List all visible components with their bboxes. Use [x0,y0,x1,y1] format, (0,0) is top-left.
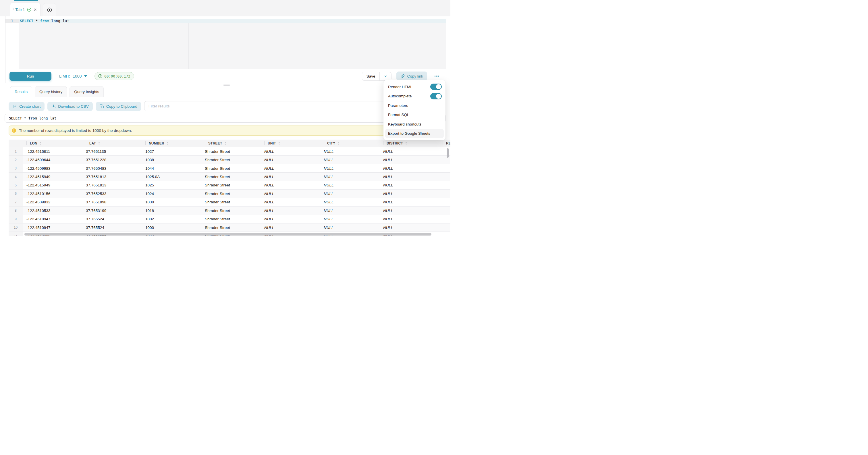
cell-street[interactable]: Shrader Street [202,207,261,215]
sort-icon[interactable] [338,142,339,145]
cell-lat[interactable]: 37.765524 [83,223,142,232]
cell-number[interactable]: 1025 [142,181,202,189]
cell-region[interactable] [439,198,451,206]
column-header-lon[interactable]: LON [23,140,83,147]
cell-region[interactable] [439,223,451,232]
cell-region[interactable] [439,173,451,181]
cell-district[interactable]: NULL [380,207,439,215]
sort-icon[interactable] [166,142,168,145]
cell-city[interactable]: NULL [320,189,380,198]
table-row[interactable]: 9-122.451094737.7655241002Shrader Street… [9,215,451,223]
cell-number[interactable]: 1038 [142,156,202,164]
cell-unit[interactable]: NULL [261,198,320,206]
cell-district[interactable]: NULL [380,164,439,172]
toggle-switch-on[interactable] [430,84,442,90]
cell-number[interactable]: 1018 [142,207,202,215]
cell-street[interactable]: Shrader Street [202,164,261,172]
tab-query-history[interactable]: Query history [35,86,67,97]
cell-lon[interactable]: -122.4510947 [23,215,83,223]
table-row[interactable]: 7-122.450983237.76518981030Shrader Stree… [9,198,451,207]
cell-district[interactable]: NULL [380,198,439,206]
create-chart-button[interactable]: Create chart [9,102,44,111]
cell-lat[interactable]: 37.7651813 [83,173,142,181]
cell-number[interactable]: 1030 [142,198,202,206]
cell-street[interactable]: Shrader Street [202,156,261,164]
cell-number[interactable]: 1000 [142,223,202,232]
cell-lat[interactable]: 37.7651898 [83,198,142,206]
cell-region[interactable] [439,147,451,155]
cell-unit[interactable]: NULL [261,156,320,164]
cell-region[interactable] [439,207,451,215]
column-header-street[interactable]: STREET [202,140,261,147]
cell-lat[interactable]: 37.7651813 [83,181,142,189]
sort-icon[interactable] [98,142,100,145]
cell-city[interactable]: NULL [320,156,380,164]
menu-item-format-sql[interactable]: Format SQL [385,110,444,120]
cell-district[interactable]: NULL [380,223,439,232]
download-csv-button[interactable]: Download to CSV [48,102,93,111]
table-row[interactable]: 8-122.451053337.76531991018Shrader Stree… [9,207,451,215]
run-button[interactable]: Run [9,72,52,81]
cell-street[interactable]: Shrader Street [202,147,261,155]
save-button[interactable]: Save [362,72,380,81]
tab-results[interactable]: Results [10,86,32,97]
code-line[interactable]: SELECT * from long_lat [19,19,446,23]
tab-drag-handle-icon[interactable] [13,8,13,11]
copy-link-button[interactable]: Copy link [396,71,427,81]
table-row[interactable]: 2-122.450964437.76512281038Shrader Stree… [9,156,451,164]
cell-number[interactable]: 1025.0A [142,173,202,181]
column-header-city[interactable]: CITY [320,140,380,147]
sort-icon[interactable] [225,142,226,145]
cell-district[interactable]: NULL [380,181,439,189]
tab-close-icon[interactable] [33,8,37,11]
cell-street[interactable]: Shrader Street [202,189,261,198]
pane-resize-handle[interactable] [223,84,230,86]
cell-region[interactable] [439,156,451,164]
cell-city[interactable]: NULL [320,215,380,223]
new-tab-button[interactable] [43,3,56,17]
sort-icon[interactable] [405,142,407,145]
cell-unit[interactable]: NULL [261,147,320,155]
sort-icon[interactable] [40,142,41,145]
cell-street[interactable]: Shrader Street [202,215,261,223]
cell-unit[interactable]: NULL [261,207,320,215]
cell-lon[interactable]: -122.4510947 [23,223,83,232]
cell-number[interactable]: 1024 [142,189,202,198]
cell-lat[interactable]: 37.7651135 [83,147,142,155]
editor-line-1[interactable]: 1 SELECT * from long_lat [5,19,446,23]
table-row[interactable]: 10-122.451094737.7655241000Shrader Stree… [9,223,451,232]
copy-clipboard-button[interactable]: Copy to Clipboard [96,102,141,111]
cell-unit[interactable]: NULL [261,173,320,181]
cell-district[interactable]: NULL [380,147,439,155]
cell-lon[interactable]: -122.4510156 [23,189,83,198]
cell-region[interactable] [439,181,451,189]
cell-city[interactable]: NULL [320,207,380,215]
column-header-lat[interactable]: LAT [83,140,142,147]
editor-tab-1[interactable]: Tab 1 [10,3,40,17]
cell-lon[interactable]: -122.4509832 [23,198,83,206]
cell-lat[interactable]: 37.7653199 [83,207,142,215]
cell-street[interactable]: Shrader Street [202,223,261,232]
cell-district[interactable]: NULL [380,156,439,164]
cell-district[interactable]: NULL [380,215,439,223]
cell-lon[interactable]: -122.4515949 [23,181,83,189]
more-options-button[interactable] [432,72,442,81]
menu-item-keyboard-shortcuts[interactable]: Keyboard shortcuts [385,120,444,129]
cell-unit[interactable]: NULL [261,189,320,198]
cell-unit[interactable]: NULL [261,164,320,172]
cell-lon[interactable]: -122.4509644 [23,156,83,164]
cell-lat[interactable]: 37.7652533 [83,189,142,198]
column-header-region[interactable]: REGION [439,140,451,147]
table-row[interactable]: 6-122.451015637.76525331024Shrader Stree… [9,189,451,198]
toggle-switch-on[interactable] [430,93,442,99]
cell-street[interactable]: Shrader Street [202,173,261,181]
cell-city[interactable]: NULL [320,147,380,155]
cell-city[interactable]: NULL [320,173,380,181]
cell-region[interactable] [439,215,451,223]
cell-city[interactable]: NULL [320,223,380,232]
cell-region[interactable] [439,232,451,236]
cell-unit[interactable]: NULL [261,181,320,189]
cell-lon[interactable]: -122.4509983 [23,164,83,172]
cell-lon[interactable]: -122.4510533 [23,207,83,215]
cell-district[interactable]: NULL [380,189,439,198]
